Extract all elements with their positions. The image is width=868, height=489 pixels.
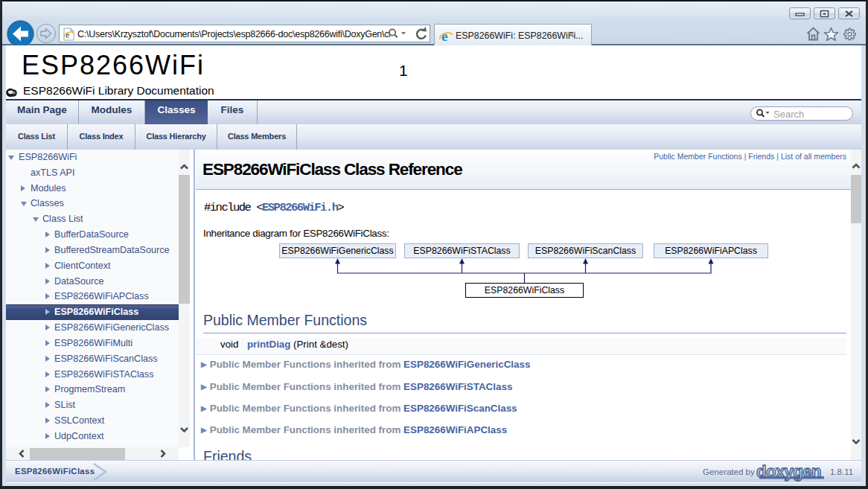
svg-text:doxygen: doxygen [756, 462, 821, 481]
svg-text:e: e [66, 30, 70, 40]
